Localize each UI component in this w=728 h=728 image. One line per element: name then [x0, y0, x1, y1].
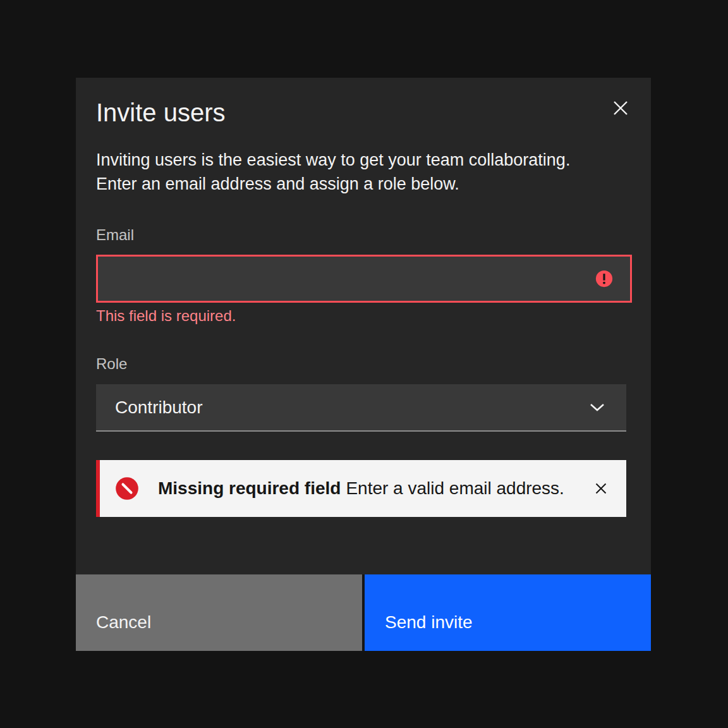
- notification-title: Missing required field: [158, 478, 341, 498]
- close-icon: [613, 100, 628, 116]
- modal-description-line1: Inviting users is the easiest way to get…: [96, 148, 626, 172]
- cancel-button[interactable]: Cancel: [76, 574, 362, 651]
- role-label: Role: [96, 356, 626, 372]
- email-label: Email: [96, 227, 626, 243]
- email-error-message: This field is required.: [96, 308, 626, 324]
- chevron-down-icon: [590, 403, 605, 412]
- error-notification: Missing required fieldEnter a valid emai…: [96, 460, 626, 517]
- notification-message: Enter a valid email address.: [346, 478, 564, 498]
- modal-title: Invite users: [96, 99, 631, 126]
- email-input[interactable]: [96, 255, 632, 303]
- email-field-wrapper: [96, 255, 632, 303]
- modal-description: Inviting users is the easiest way to get…: [96, 148, 626, 196]
- notification-text: Missing required fieldEnter a valid emai…: [158, 478, 564, 499]
- misuse-icon: [115, 476, 139, 500]
- modal-header: Invite users: [76, 78, 651, 126]
- invite-users-modal: Invite users Inviting users is the easie…: [76, 78, 651, 651]
- modal-footer: Cancel Send invite: [76, 574, 651, 651]
- close-icon: [595, 483, 607, 494]
- modal-description-line2: Enter an email address and assign a role…: [96, 172, 626, 196]
- modal-body: Inviting users is the easiest way to get…: [76, 148, 651, 517]
- send-invite-button[interactable]: Send invite: [365, 574, 651, 651]
- role-dropdown[interactable]: Contributor: [96, 384, 626, 432]
- notification-close-button[interactable]: [586, 473, 616, 504]
- role-dropdown-value: Contributor: [115, 397, 203, 418]
- modal-close-button[interactable]: [605, 93, 636, 123]
